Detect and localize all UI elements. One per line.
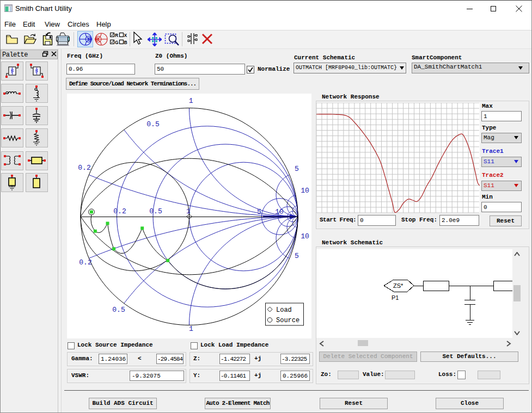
svg-text:5: 5: [295, 165, 299, 173]
svg-text:B: B: [124, 40, 127, 45]
svg-text:1: 1: [189, 325, 193, 333]
svg-text:P1: P1: [392, 294, 399, 301]
svg-text:Load: Load: [276, 306, 292, 314]
svg-text:Source: Source: [276, 317, 299, 324]
svg-text:G: G: [115, 40, 119, 45]
svg-text:0.5: 0.5: [149, 207, 162, 215]
svg-text:0.2: 0.2: [113, 207, 126, 215]
svg-text:5: 5: [257, 208, 261, 216]
svg-text:R: R: [115, 33, 118, 38]
svg-text:0.2: 0.2: [79, 258, 91, 267]
svg-text:0.5: 0.5: [146, 120, 159, 128]
svg-text:0.2: 0.2: [78, 164, 90, 172]
svg-text:0.5: 0.5: [112, 306, 125, 314]
svg-text:10: 10: [301, 187, 309, 195]
svg-text:1: 1: [186, 207, 191, 215]
svg-text:5: 5: [295, 252, 299, 260]
svg-text:10: 10: [301, 232, 309, 241]
svg-text:10: 10: [275, 208, 284, 216]
svg-text:1: 1: [189, 97, 193, 105]
svg-text:X: X: [124, 33, 127, 38]
svg-text:ZS*: ZS*: [393, 282, 403, 289]
